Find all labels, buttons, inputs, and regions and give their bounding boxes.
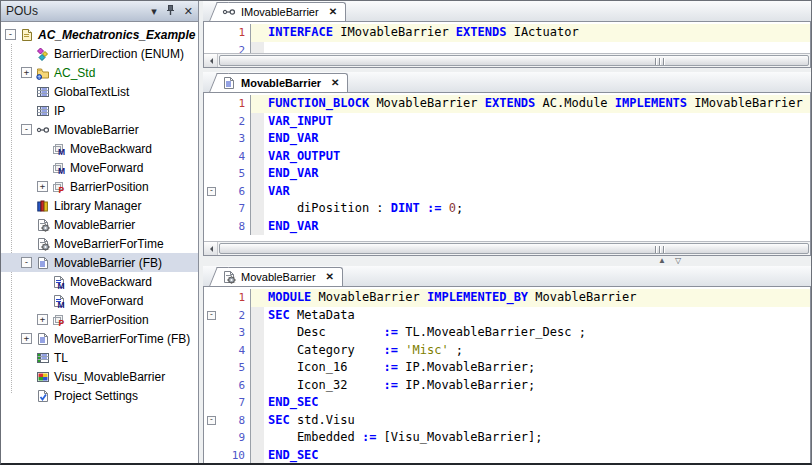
interface-icon [222, 5, 236, 19]
pane-splitter[interactable]: ▲▽ [203, 256, 811, 266]
editor-tab-movablebarrier-2[interactable]: MovableBarrier✕ [219, 73, 348, 92]
code-line-1[interactable]: 1FUNCTION_BLOCK MovableBarrier EXTENDS A… [204, 95, 810, 113]
fold-margin: - [204, 307, 219, 325]
code-line-10[interactable]: 10END_SEC [204, 447, 810, 464]
code-line-9[interactable]: 9 Embedded := [Visu_MovableBarrier]; [204, 429, 810, 447]
fold-margin-empty [204, 113, 219, 131]
tree-item-barrierposition[interactable]: +PBarrierPosition [1, 310, 198, 329]
fold-margin-empty [204, 429, 219, 447]
line-number: 2 [219, 42, 251, 54]
code-line-6[interactable]: 6 Icon_32 := IP.MovableBarrier; [204, 377, 810, 395]
fb-icon [222, 76, 236, 90]
tree-item-moveforward[interactable]: MMoveForward [1, 158, 198, 177]
code-line-7[interactable]: 7 diPosition : DINT := 0; [204, 200, 810, 218]
code-line-8[interactable]: 8END_VAR [204, 218, 810, 236]
horizontal-scrollbar[interactable] [204, 53, 810, 67]
collapse-icon[interactable]: - [21, 124, 32, 135]
code-line-1[interactable]: 1MODULE MovableBarrier IMPLEMENTED_BY Mo… [204, 289, 810, 307]
code-text: Desc := TL.MoveableBarrier_Desc ; [264, 324, 810, 342]
code-view[interactable]: 1FUNCTION_BLOCK MovableBarrier EXTENDS A… [204, 93, 810, 241]
code-view[interactable]: 1INTERFACE IMovableBarrier EXTENDS IActu… [204, 22, 810, 53]
indent-strip [251, 148, 264, 166]
code-view[interactable]: 1MODULE MovableBarrier IMPLEMENTED_BY Mo… [204, 287, 810, 463]
code-line-2[interactable]: 2VAR_INPUT [204, 113, 810, 131]
fold-collapse-icon[interactable]: - [207, 416, 216, 425]
tree-item-movebackward[interactable]: MMoveBackward [1, 139, 198, 158]
code-line-3[interactable]: 3 Desc := TL.MoveableBarrier_Desc ; [204, 324, 810, 342]
fb-icon [35, 331, 50, 346]
fb-method-icon: M [51, 293, 66, 308]
fold-collapse-icon[interactable]: - [207, 311, 216, 320]
indent-strip [251, 412, 264, 430]
tab-close-icon[interactable]: ✕ [329, 7, 337, 17]
scroll-left-icon[interactable] [204, 242, 218, 255]
tab-close-icon[interactable]: ✕ [331, 78, 339, 88]
code-text: END_VAR [264, 130, 810, 148]
tree-item-movebackward[interactable]: MMoveBackward [1, 272, 198, 291]
close-icon[interactable]: ✕ [184, 6, 193, 17]
collapse-icon[interactable]: - [21, 257, 32, 268]
indent-strip [251, 218, 264, 236]
collapse-icon[interactable]: - [5, 29, 16, 40]
tree-item-movebarrierfortime-fb[interactable]: +MoveBarrierForTime (FB) [1, 329, 198, 348]
scrollbar-thumb[interactable] [219, 243, 809, 254]
expand-icon[interactable]: + [37, 181, 48, 192]
scrollbar-track[interactable] [218, 242, 810, 255]
scrollbar-thumb[interactable] [219, 55, 809, 66]
editor-tab-movablebarrier-3[interactable]: MovableBarrier✕ [219, 267, 343, 286]
code-text: FUNCTION_BLOCK MovableBarrier EXTENDS AC… [264, 95, 810, 113]
tree-item-movablebarrier[interactable]: MovableBarrier [1, 215, 198, 234]
code-text: Icon_32 := IP.MovableBarrier; [264, 377, 810, 395]
horizontal-scrollbar[interactable] [204, 241, 810, 255]
tab-close-icon[interactable]: ✕ [326, 272, 334, 282]
tree-item-project-settings[interactable]: Project Settings [1, 386, 198, 405]
tree-item-imovablebarrier[interactable]: -IMovableBarrier [1, 120, 198, 139]
fold-margin-empty [204, 377, 219, 395]
code-line-1[interactable]: 1INTERFACE IMovableBarrier EXTENDS IActu… [204, 24, 810, 42]
tree-item-barrierdirection-enum[interactable]: BarrierDirection (ENUM) [1, 44, 198, 63]
tree-item-ac-mechatronics-example[interactable]: -AC_Mechatronics_Example▼ [1, 25, 198, 44]
scrollbar-track[interactable] [218, 54, 810, 67]
code-line-6[interactable]: -6VAR [204, 183, 810, 201]
tree-item-globaltextlist[interactable]: GlobalTextList [1, 82, 198, 101]
editor-tab-imovablebarrier-1[interactable]: IMovableBarrier✕ [219, 2, 346, 21]
indent-strip [251, 113, 264, 131]
tree-item-tl[interactable]: TL [1, 348, 198, 367]
splitter-up-icon[interactable]: ▲ [658, 257, 666, 265]
svg-text:M: M [58, 147, 65, 156]
tree-item-label: BarrierDirection (ENUM) [54, 47, 188, 61]
tree-item-label: GlobalTextList [54, 85, 133, 99]
tree-item-ip[interactable]: IP [1, 101, 198, 120]
chevron-down-icon[interactable]: ▾ [151, 6, 157, 17]
code-line-3[interactable]: 3END_VAR [204, 130, 810, 148]
pous-panel-header[interactable]: POUs ▾ ✕ [1, 1, 198, 22]
tree-item-visu-movablebarrier[interactable]: Visu_MovableBarrier [1, 367, 198, 386]
code-line-5[interactable]: 5END_VAR [204, 165, 810, 183]
tree-item-moveforward[interactable]: MMoveForward [1, 291, 198, 310]
scroll-left-icon[interactable] [204, 54, 218, 67]
tree-item-movablebarrier-fb[interactable]: -MovableBarrier (FB) [1, 253, 198, 272]
code-line-4[interactable]: 4 Category := 'Misc' ; [204, 342, 810, 360]
code-line-2[interactable]: 2 [204, 42, 810, 54]
tree-item-label: Library Manager [54, 199, 145, 213]
expand-icon[interactable]: + [37, 314, 48, 325]
tree-item-ac-std[interactable]: +AC_Std [1, 63, 198, 82]
expand-icon[interactable]: + [21, 67, 32, 78]
code-text: VAR_INPUT [264, 113, 810, 131]
tree-item-label: MoveBackward [70, 275, 156, 289]
fold-collapse-icon[interactable]: - [207, 187, 216, 196]
code-line-2[interactable]: -2SEC MetaData [204, 307, 810, 325]
code-line-8[interactable]: -8SEC std.Visu [204, 412, 810, 430]
splitter-down-icon[interactable]: ▽ [675, 257, 681, 265]
code-text: VAR_OUTPUT [264, 148, 810, 166]
tree-item-movebarrierfortime[interactable]: MoveBarrierForTime [1, 234, 198, 253]
code-line-7[interactable]: 7END_SEC [204, 394, 810, 412]
tree-item-library-manager[interactable]: Library Manager [1, 196, 198, 215]
tree-item-barrierposition[interactable]: +PBarrierPosition [1, 177, 198, 196]
code-line-5[interactable]: 5 Icon_16 := IP.MovableBarrier; [204, 359, 810, 377]
editor-body: 1INTERFACE IMovableBarrier EXTENDS IActu… [203, 21, 811, 68]
pin-icon[interactable] [166, 5, 175, 18]
expand-icon[interactable]: + [21, 333, 32, 344]
code-line-4[interactable]: 4VAR_OUTPUT [204, 148, 810, 166]
fold-margin: - [204, 412, 219, 430]
